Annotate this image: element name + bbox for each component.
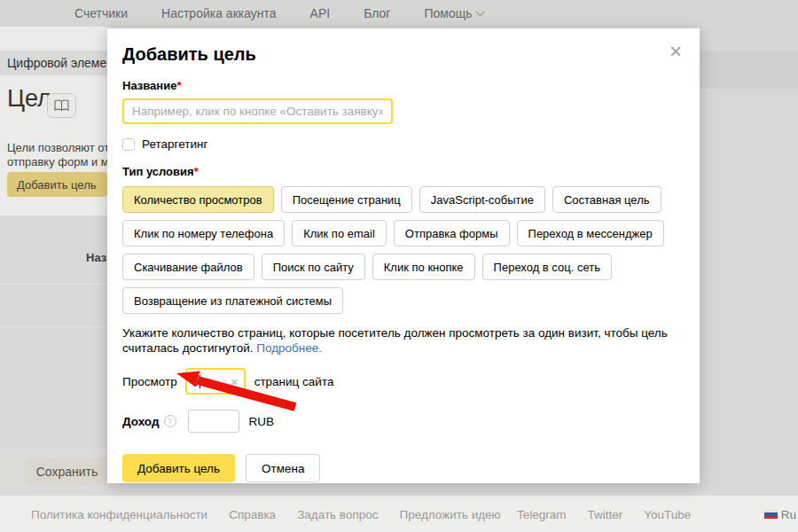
more-info-link[interactable]: Подробнее. [256, 341, 322, 355]
nav-item[interactable]: API [310, 6, 331, 20]
russia-flag-icon [764, 510, 778, 519]
condition-type-label: Тип условия* [122, 165, 685, 178]
chevron-down-icon [475, 7, 484, 16]
footer-link[interactable]: Задать вопрос [297, 508, 378, 521]
condition-type-button[interactable]: JavaScript-событие [419, 186, 545, 213]
nav-item[interactable]: Блог [364, 6, 390, 20]
footer-links: Политика конфиденциальности Справка Зада… [31, 496, 501, 532]
text-cursor [200, 375, 200, 388]
goals-table-background: Назв Сохранить [0, 215, 107, 495]
page-background [700, 51, 798, 89]
condition-type-button[interactable]: Переход в соц. сеть [482, 254, 612, 280]
retargeting-row: Ретаргетинг [122, 137, 685, 151]
nav-item[interactable]: Счетчики [74, 6, 128, 20]
currency-label: RUB [249, 415, 275, 428]
required-mark: * [176, 79, 181, 92]
condition-type-button[interactable]: Скачивание файлов [122, 254, 254, 280]
condition-type-button[interactable]: Клик по email [292, 220, 387, 246]
docs-button[interactable] [47, 93, 76, 118]
add-goal-button-background[interactable]: Добавить цель [7, 172, 107, 197]
nav-item-label: API [310, 6, 331, 20]
social-link[interactable]: Twitter [588, 508, 623, 521]
language-selector[interactable]: Ru [764, 496, 796, 532]
condition-type-button[interactable]: Возвращение из платежной системы [122, 287, 343, 314]
table-header-name: Назв [86, 251, 107, 264]
footer-link[interactable]: Политика конфиденциальности [31, 508, 207, 521]
retargeting-label: Ретаргетинг [142, 137, 207, 151]
page-background [0, 27, 107, 51]
page-background [700, 89, 798, 495]
nav-item[interactable]: Настройка аккаунта [161, 6, 277, 20]
income-label: Доход [122, 415, 160, 428]
save-button[interactable]: Сохранить [25, 458, 107, 485]
condition-type-button[interactable]: Составная цель [552, 186, 661, 213]
nav-item-label: Счетчики [74, 6, 128, 20]
income-input[interactable] [188, 410, 239, 433]
footer-link[interactable]: Справка [229, 508, 276, 521]
page-background [700, 27, 798, 51]
footer: Политика конфиденциальности Справка Зада… [0, 495, 798, 532]
add-goal-dialog: × Добавить цель Название* Ретаргетинг Ти… [107, 28, 700, 483]
views-count-input[interactable]: 5 × [185, 368, 246, 395]
views-count-row: Просмотр 5 × страниц сайта [122, 368, 685, 395]
nav-item-label: Помощь [424, 6, 472, 20]
dialog-actions: Добавить цель Отмена [122, 454, 685, 482]
top-navigation: Счетчики Настройка аккаунта API Блог Пом… [0, 0, 798, 27]
condition-type-button[interactable]: Количество просмотров [122, 186, 274, 213]
condition-type-buttons: Количество просмотров Посещение страниц … [122, 186, 679, 314]
cancel-button[interactable]: Отмена [246, 454, 320, 482]
book-icon [54, 99, 69, 112]
retargeting-checkbox[interactable] [122, 138, 135, 151]
views-label: Просмотр [122, 375, 177, 388]
condition-type-button[interactable]: Отправка формы [394, 220, 510, 246]
table-row-divider [0, 284, 107, 285]
close-icon[interactable]: × [669, 41, 682, 62]
nav-item[interactable]: Помощь [424, 6, 482, 20]
views-count-value: 5 [192, 375, 200, 388]
name-label: Название* [122, 79, 685, 92]
condition-type-button[interactable]: Поиск по сайту [262, 254, 365, 280]
social-link[interactable]: YouTube [644, 508, 691, 521]
table-row-divider [0, 326, 107, 327]
help-icon[interactable]: ? [164, 415, 176, 427]
dialog-title: Добавить цель [122, 44, 685, 65]
condition-type-button[interactable]: Клик по кнопке [372, 254, 475, 280]
page-content-header: Цели Цели позволяют от отправку форм и м… [0, 75, 107, 215]
clear-icon[interactable]: × [231, 375, 239, 388]
condition-type-button[interactable]: Клик по номеру телефона [122, 220, 285, 246]
footer-link[interactable]: Предложить идею [399, 508, 500, 521]
views-suffix: страниц сайта [254, 375, 334, 388]
footer-social-links: Telegram Twitter YouTube [517, 496, 691, 532]
counter-tab[interactable]: Цифровой элеме [0, 51, 107, 75]
condition-type-button[interactable]: Переход в мессенджер [517, 220, 664, 246]
nav-item-label: Блог [364, 6, 390, 20]
required-mark: * [194, 165, 199, 178]
goal-name-input[interactable] [122, 98, 393, 124]
condition-type-button[interactable]: Посещение страниц [281, 186, 412, 213]
nav-item-label: Настройка аккаунта [161, 6, 277, 20]
locale-label: Ru [781, 508, 796, 521]
submit-add-goal-button[interactable]: Добавить цель [122, 454, 235, 482]
income-row: Доход ? RUB [122, 410, 685, 433]
page-intro-text: Цели позволяют от отправку форм и м [7, 141, 107, 169]
condition-description: Укажите количество страниц, которые посе… [122, 325, 676, 356]
social-link[interactable]: Telegram [517, 508, 567, 521]
